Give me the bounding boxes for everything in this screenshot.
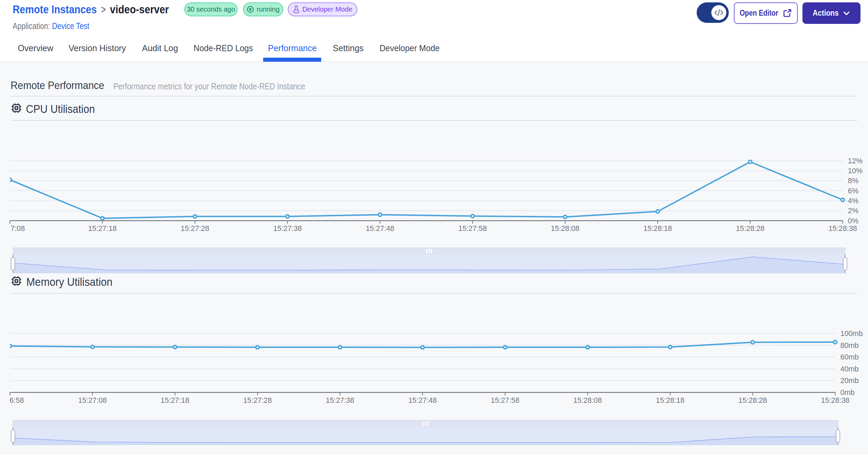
svg-text:15:28:08: 15:28:08 (551, 224, 580, 233)
svg-text:40mb: 40mb (840, 365, 859, 373)
svg-text:15:27:38: 15:27:38 (326, 396, 354, 405)
svg-text:15:27:38: 15:27:38 (273, 224, 302, 233)
svg-text:12%: 12% (848, 157, 863, 165)
svg-text:15:27:58: 15:27:58 (458, 224, 487, 233)
svg-text:0mb: 0mb (840, 388, 855, 397)
svg-text:10%: 10% (848, 167, 863, 175)
svg-text:15:27:48: 15:27:48 (408, 396, 437, 405)
svg-text:15:28:28: 15:28:28 (736, 224, 765, 233)
svg-text:8%: 8% (848, 177, 858, 185)
svg-text:15:27:58: 15:27:58 (491, 396, 520, 405)
svg-text:15:28:28: 15:28:28 (738, 396, 767, 405)
svg-text:2%: 2% (848, 207, 858, 215)
svg-text:80mb: 80mb (840, 341, 859, 350)
svg-text:15:28:38: 15:28:38 (828, 224, 857, 233)
svg-text:6:58: 6:58 (10, 396, 24, 405)
svg-text:15:28:38: 15:28:38 (821, 396, 850, 405)
svg-text:15:27:18: 15:27:18 (88, 224, 117, 233)
svg-text:6%: 6% (848, 187, 858, 195)
svg-text:0%: 0% (848, 217, 858, 225)
svg-text:15:27:28: 15:27:28 (181, 224, 209, 233)
svg-text:4%: 4% (848, 197, 858, 205)
svg-text:15:27:18: 15:27:18 (161, 396, 189, 405)
svg-text:7:08: 7:08 (11, 224, 25, 233)
svg-text:15:28:18: 15:28:18 (643, 224, 672, 233)
svg-text:20mb: 20mb (840, 377, 859, 385)
svg-text:15:27:08: 15:27:08 (78, 396, 107, 405)
svg-text:15:28:18: 15:28:18 (656, 396, 685, 405)
svg-text:60mb: 60mb (840, 353, 859, 361)
svg-text:15:28:08: 15:28:08 (573, 396, 602, 405)
svg-text:15:27:48: 15:27:48 (366, 224, 395, 233)
svg-text:15:27:28: 15:27:28 (243, 396, 272, 405)
svg-text:100mb: 100mb (840, 329, 863, 338)
